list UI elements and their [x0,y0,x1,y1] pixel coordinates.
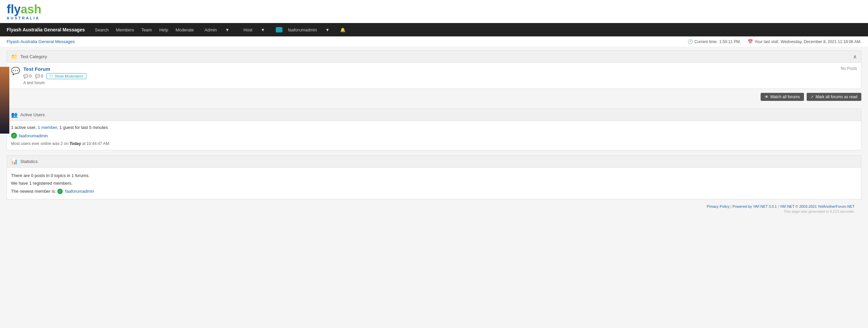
user-link[interactable]: faaforumadmin [19,133,48,138]
newest-member-link[interactable]: faaforumadmin [65,189,94,194]
logo-fly: fly [7,2,21,16]
category-header: 📁 Test Category ∧ [7,50,861,63]
action-buttons-row: 👁 Watch all forums ✓ Mark all forums as … [7,90,861,104]
current-time-label: Current time: [694,39,718,44]
footer: Privacy Policy | Powered by YAF.NET 3.0.… [7,199,861,215]
mark-all-read-button[interactable]: ✓ Mark all forums as read [807,93,861,101]
user-avatar: ✓ [11,133,17,139]
forum-description: A test forum [23,81,804,85]
logo-ash: ash [21,2,41,16]
topics-icon: 💬 [23,74,28,79]
active-users-body: 1 active user, 1 member, 1 guest for las… [7,121,861,150]
last-visit-value: Wednesday, December 8, 2021 11:18:06 AM. [781,39,861,44]
yaf-copyright-link[interactable]: YAF.NET © 2003-2021 YetAnotherForum.NET [780,204,855,209]
footer-links: Privacy Policy | Powered by YAF.NET 3.0.… [13,204,855,209]
clock-icon: 🕐 [688,39,693,44]
member-count-link[interactable]: 1 member [38,125,57,130]
logo-australia: AUSTRALIA [7,16,861,20]
nav-user[interactable]: faaforumadmin ▼ [273,22,337,38]
nav-search[interactable]: Search [91,25,112,35]
active-users-text: 1 active user, 1 member, 1 guest for las… [11,125,857,130]
active-users-header: 👥 Active Users [7,109,861,121]
posts-icon: 💬 [35,74,40,79]
navbar-brand: Flyash Australia General Messages [7,27,85,32]
breadcrumb-link[interactable]: Flyash Australia General Messages [7,39,75,44]
privacy-policy-link[interactable]: Privacy Policy [707,204,729,209]
last-visit-label: Your last visit: [755,39,779,44]
navbar: Flyash Australia General Messages Search… [0,23,868,36]
stats-text: There are 0 posts in 0 topics in 1 forum… [11,172,857,195]
calendar-icon: 📅 [748,39,753,44]
stats-line1: There are 0 posts in 0 topics in 1 forum… [11,172,857,180]
collapse-category-button[interactable]: ∧ [853,53,857,60]
nav-team[interactable]: Team [138,25,155,35]
posts-item: 💬 0 [35,74,43,79]
nav-host[interactable]: Host▼ [237,22,272,38]
footer-generated: This page was generated in 0.213 seconds… [13,210,855,213]
category-title: 📁 Test Category [11,53,47,60]
sidebar-decoration [0,67,9,134]
nav-members[interactable]: Members [113,25,137,35]
time-info: 🕐 Current time: 1:50:11 PM. 📅 Your last … [688,39,861,44]
forum-name: Test Forum [23,66,804,72]
users-icon: 👥 [11,112,18,118]
last-visit-item: 📅 Your last visit: Wednesday, December 8… [748,39,861,44]
forum-name-link[interactable]: Test Forum [23,66,50,72]
forum-row: 💬 Test Forum 💬 0 💬 0 🛡 Show Moderators [7,63,861,89]
forum-icon: 💬 [11,67,20,76]
shield-icon: 🛡 [49,74,53,78]
forum-last-post: No Posts [807,66,857,71]
stats-line2: We have 1 registered members. [11,180,857,187]
max-online-text: Most users ever online was 2 on Today at… [11,141,857,146]
navbar-links: Search Members Team Help Moderate Admin▼… [91,22,861,38]
user-nav-icon [276,27,282,32]
admin-dropdown-arrow: ▼ [222,25,233,35]
eye-icon: 👁 [765,94,769,99]
logo-bar: flyash AUSTRALIA [0,0,868,23]
topics-item: 💬 0 [23,74,32,79]
statistics-body: There are 0 posts in 0 topics in 1 forum… [7,168,861,199]
active-users-title: Active Users [20,112,45,117]
current-time-value: 1:50:11 PM. [719,39,741,44]
nav-help[interactable]: Help [156,25,172,35]
topics-count: 0 [29,74,32,79]
main-content: 📁 Test Category ∧ 💬 Test Forum 💬 0 💬 0 [0,47,868,218]
host-dropdown-arrow: ▼ [257,25,269,35]
breadcrumb-bar: Flyash Australia General Messages 🕐 Curr… [0,36,868,47]
chart-icon: 📊 [11,158,18,165]
check-icon: ✓ [811,94,814,99]
show-moderators-button[interactable]: 🛡 Show Moderators [46,73,86,79]
posts-count: 0 [41,74,43,79]
statistics-section: 📊 Statistics There are 0 posts in 0 topi… [7,155,861,199]
stats-line3: The newest member is: ✓ faaforumadmin [11,187,857,195]
user-dropdown-arrow: ▼ [322,25,333,35]
forum-meta: 💬 0 💬 0 🛡 Show Moderators [23,73,804,79]
folder-icon: 📁 [11,53,18,60]
bell-icon[interactable]: 🔔 [337,25,349,35]
user-item: ✓ faaforumadmin [11,133,857,139]
powered-by-link[interactable]: Powered by YAF.NET 3.0.1 [733,204,777,209]
current-time-item: 🕐 Current time: 1:50:11 PM. [688,39,741,44]
watch-all-forums-button[interactable]: 👁 Watch all forums [761,93,804,101]
statistics-title: Statistics [20,159,38,164]
statistics-header: 📊 Statistics [7,156,861,168]
category-name: Test Category [20,54,47,59]
newest-member-avatar: ✓ [57,189,63,194]
forum-info: Test Forum 💬 0 💬 0 🛡 Show Moderators A t… [23,66,804,85]
logo: flyash AUSTRALIA [7,3,861,20]
nav-admin[interactable]: Admin▼ [198,22,236,38]
active-users-section: 👥 Active Users 1 active user, 1 member, … [7,109,861,150]
nav-moderate[interactable]: Moderate [172,25,197,35]
